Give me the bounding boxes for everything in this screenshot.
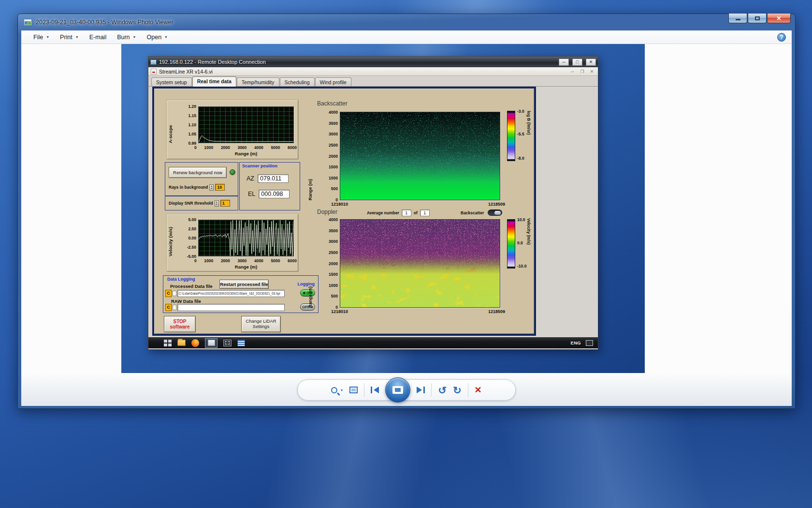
next-button[interactable] (417, 387, 425, 393)
doppler-ylabel: Range (m) (308, 219, 313, 308)
backscatter-ylabel: Range (m) (308, 112, 313, 200)
average-total-field[interactable]: 1 (420, 209, 430, 216)
app-window-icon[interactable] (223, 340, 232, 346)
backscatter-colorbar (507, 111, 515, 161)
processed-path-row: C C:\Lidar\Data\Proc\2023\202309\2023092… (165, 290, 285, 297)
spinner-icon[interactable]: ▲▼ (215, 200, 219, 207)
rdp-close-button[interactable]: ✕ (586, 59, 596, 66)
spinner-icon[interactable]: ▲▼ (209, 184, 214, 191)
restart-processed-file-button[interactable]: Restart processed file (219, 280, 269, 289)
menu-burn-label: Burn (117, 34, 130, 41)
maximize-button[interactable] (748, 14, 767, 23)
minimize-button[interactable] (728, 14, 747, 23)
tab-bar: System setup Real time data Temp/humidit… (148, 76, 598, 87)
stop-line1: STOP (173, 319, 186, 325)
backscatter-x-start: 1218010 (331, 202, 348, 207)
app-minimize-icon[interactable]: ─ (569, 69, 576, 74)
drive-badge[interactable]: C (165, 290, 172, 297)
change-lidar-settings-button[interactable]: Change LiDAR Settings (241, 316, 281, 332)
rdp-maximize-button[interactable]: □ (572, 59, 582, 66)
tab-scheduling[interactable]: Scheduling (280, 77, 315, 86)
menu-burn[interactable]: Burn▼ (112, 31, 141, 43)
velocity-xticks: 0100020003000400050006000 (194, 258, 297, 263)
app-restore-icon[interactable]: ❐ (579, 69, 586, 74)
rdp-minim ize-button[interactable]: ─ (559, 59, 569, 66)
snr-value-field[interactable]: 1 (220, 200, 230, 207)
app-titlebar: StreamLine XR v14-6.vi ─ ❐ ✕ (148, 67, 598, 76)
photo-viewer-titlebar[interactable]: 2023-09-21_03-40-00.935 - Windows Photo … (18, 14, 795, 30)
az-label: AZ (246, 175, 254, 182)
scanner-position-title: Scanner position (242, 164, 277, 168)
file-icon (173, 291, 176, 296)
firefox-icon[interactable] (191, 339, 199, 347)
backscatter-toggle-switch[interactable] (488, 209, 502, 216)
taskbar-tray: ENG (571, 340, 594, 346)
active-app-icon[interactable] (205, 338, 218, 348)
delete-button[interactable]: ✕ (475, 386, 482, 394)
rotate-counterclockwise-button[interactable]: ↺ (438, 385, 447, 395)
dashed-window-icon (225, 341, 230, 344)
tick-label: 0 (194, 258, 197, 263)
processed-path-field[interactable]: C:\Lidar\Data\Proc\2023\202309\20230921\… (177, 290, 285, 297)
tick-label: 1.05 (188, 132, 196, 136)
backscatter-xaxis: 1218010 1218509 (331, 202, 505, 207)
raw-path-field[interactable] (177, 304, 285, 311)
tick-label: 3000 (237, 258, 246, 263)
change-line2: Settings (253, 324, 269, 329)
toolbar-separator (431, 383, 432, 397)
drive-badge[interactable]: C (165, 304, 172, 311)
tick-label: 3000 (329, 132, 338, 136)
menu-file[interactable]: File▼ (28, 31, 55, 43)
window-title: 2023-09-21_03-40-00.935 - Windows Photo … (36, 19, 174, 26)
tick-label: 2000 (221, 145, 230, 150)
rotate-clockwise-button[interactable]: ↻ (453, 385, 462, 395)
backscatter-colorbar-label: log B (/m/sr) (526, 111, 531, 161)
stop-software-button[interactable]: STOP software (164, 316, 196, 332)
az-value-field[interactable]: 079.011 (258, 174, 289, 183)
menu-print[interactable]: Print▼ (55, 31, 84, 43)
renew-background-button[interactable]: Renew background now (169, 167, 227, 178)
ascope-xlabel: Range (m) (198, 151, 294, 156)
velocity-xlabel: Range (m) (198, 264, 294, 269)
minimize-icon (736, 19, 740, 20)
actual-size-button[interactable] (349, 387, 358, 393)
snr-label: Display SNR threshold (169, 201, 213, 206)
tab-wind-profile[interactable]: Wind profile (315, 77, 351, 86)
snr-threshold-box: Display SNR threshold ▲▼ 1 (165, 196, 238, 210)
photo-viewer-toolbar: ▼ ↺ ↻ ✕ (297, 379, 516, 401)
tick-label: 4000 (329, 217, 338, 222)
help-icon[interactable]: ? (777, 33, 786, 42)
tab-temp-humidity[interactable]: Temp/humidity (237, 77, 279, 86)
rays-value-field[interactable]: 10 (215, 184, 225, 191)
ascope-xticks: 0100020003000400050006000 (194, 145, 297, 150)
tick-label: 1.15 (188, 113, 196, 118)
display-icon[interactable] (586, 340, 593, 346)
app-close-icon[interactable]: ✕ (588, 69, 595, 74)
slideshow-icon (392, 386, 403, 394)
language-indicator[interactable]: ENG (571, 340, 581, 345)
previous-button[interactable] (371, 387, 379, 393)
list-app-icon[interactable] (237, 340, 245, 346)
el-value-field[interactable]: 000.098 (259, 190, 290, 198)
tick-label: 1000 (329, 283, 338, 288)
doppler-heatmap (340, 219, 500, 308)
colorbar-tick: -10.0 (517, 264, 526, 269)
vi-background: A-scope 1.201.151.101.050.99 01000200030… (148, 87, 598, 349)
start-grid-icon[interactable] (164, 340, 172, 346)
zoom-control[interactable]: ▼ (331, 387, 343, 393)
tick-label: 3000 (237, 145, 246, 150)
tab-system-setup[interactable]: System setup (151, 77, 192, 86)
folder-icon[interactable] (177, 340, 186, 346)
rdp-app-icon (150, 60, 157, 65)
data-logging-box: Data Logging Processed Data file Restart… (163, 275, 319, 313)
menu-email[interactable]: E-mail (84, 31, 112, 43)
lidar-front-panel: A-scope 1.201.151.101.050.99 01000200030… (152, 87, 536, 336)
close-button[interactable]: ✕ (767, 14, 791, 23)
average-number-field[interactable]: 1 (402, 209, 411, 216)
menu-open[interactable]: Open▼ (142, 31, 174, 43)
play-slideshow-button[interactable] (385, 377, 410, 403)
actual-size-icon (349, 387, 358, 393)
el-label: EL (248, 191, 255, 197)
tab-real-time-data[interactable]: Real time data (192, 76, 236, 87)
elevation-row: EL 000.098 (248, 190, 290, 198)
